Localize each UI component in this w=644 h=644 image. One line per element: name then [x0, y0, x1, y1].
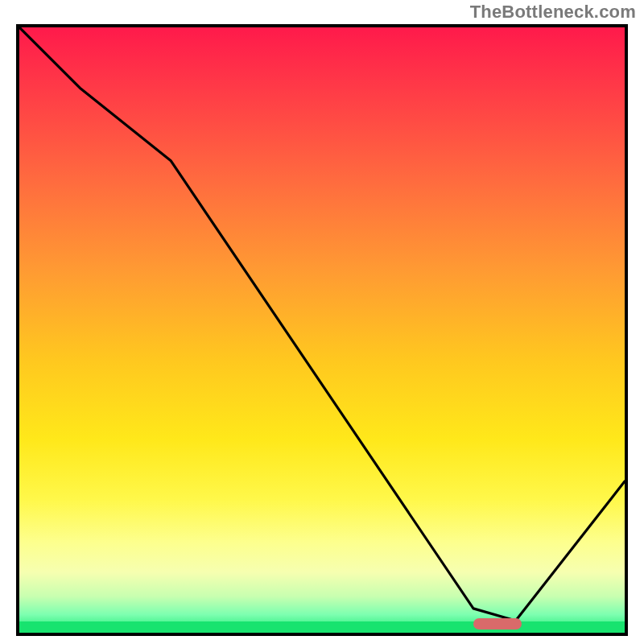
curve-path [19, 27, 625, 621]
plot-frame [16, 24, 628, 636]
curve-svg [19, 27, 625, 633]
chart-canvas: TheBottleneck.com [0, 0, 644, 644]
watermark-text: TheBottleneck.com [470, 2, 636, 23]
optimal-marker [473, 618, 522, 630]
